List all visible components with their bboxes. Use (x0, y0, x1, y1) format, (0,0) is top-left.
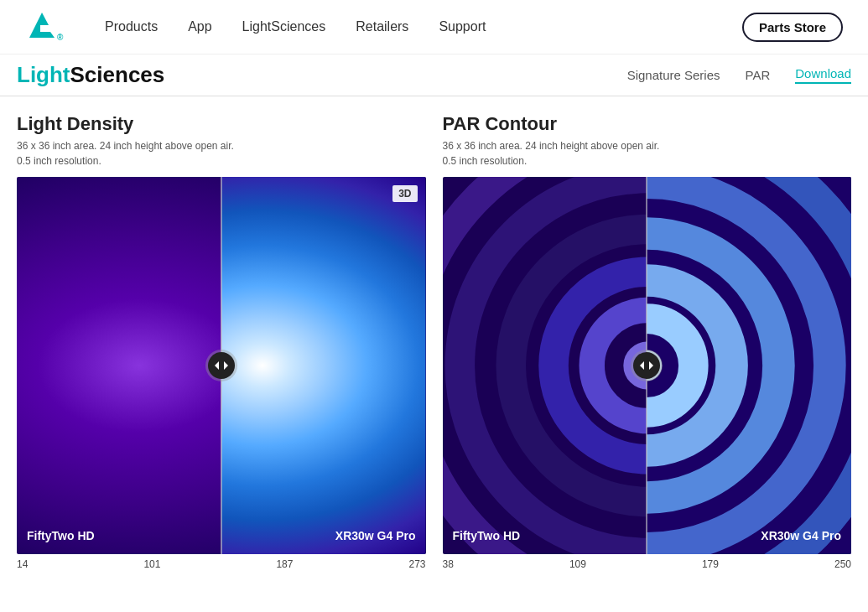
par-label-right: XR30w G4 Pro (761, 529, 841, 542)
par-scale-0: 38 (443, 558, 454, 570)
ld-scale: 14 101 187 273 (17, 554, 426, 570)
svg-marker-2 (215, 361, 219, 370)
ld-scale-3: 273 (408, 558, 425, 570)
par-contour-desc: 36 x 36 inch area. 24 inch height above … (443, 138, 852, 169)
par-divider-handle[interactable] (633, 352, 660, 379)
svg-marker-3 (224, 361, 228, 370)
secondary-nav: LightSciences Signature Series PAR Downl… (0, 54, 868, 96)
par-scale: 38 109 179 250 (443, 554, 852, 570)
main-content: Light Density 36 x 36 inch area. 24 inch… (0, 96, 868, 570)
brand-light: Light (17, 62, 70, 87)
sec-nav-links: Signature Series PAR Download (627, 66, 851, 84)
nav-link-products[interactable]: Products (105, 19, 158, 34)
light-density-desc: 36 x 36 inch area. 24 inch height above … (17, 138, 426, 169)
par-scale-3: 250 (834, 558, 851, 570)
divider-handle[interactable] (208, 352, 235, 379)
par-contour-title: PAR Contour (443, 113, 852, 135)
brand-title: LightSciences (17, 62, 627, 88)
sec-nav-signature[interactable]: Signature Series (627, 68, 720, 82)
sec-nav-download[interactable]: Download (795, 66, 851, 84)
svg-marker-0 (29, 13, 55, 38)
svg-marker-16 (640, 361, 644, 370)
parts-store-button[interactable]: Parts Store (742, 13, 843, 42)
nav-link-lightsciences[interactable]: LightSciences (242, 19, 326, 34)
ld-label-right: XR30w G4 Pro (335, 529, 416, 542)
badge-3d: 3D (392, 185, 417, 202)
main-nav: ® Products App LightSciences Retailers S… (0, 0, 868, 54)
light-density-section: Light Density 36 x 36 inch area. 24 inch… (17, 113, 426, 570)
ld-scale-1: 101 (143, 558, 160, 570)
nav-link-retailers[interactable]: Retailers (356, 19, 408, 34)
par-contour-section: PAR Contour 36 x 36 inch area. 24 inch h… (443, 113, 852, 570)
ld-scale-2: 187 (276, 558, 293, 570)
svg-text:®: ® (57, 33, 64, 42)
nav-links: Products App LightSciences Retailers Sup… (105, 19, 742, 34)
par-contour-viewer[interactable]: FiftyTwo HD XR30w G4 Pro (443, 177, 852, 554)
par-right-rings (647, 177, 851, 554)
par-right-base (647, 177, 851, 554)
par-left-rings (443, 177, 647, 554)
par-scale-1: 109 (569, 558, 586, 570)
nav-link-support[interactable]: Support (439, 19, 486, 34)
brand-bold: Sciences (70, 62, 165, 87)
ld-scale-0: 14 (17, 558, 28, 570)
ld-label-left: FiftyTwo HD (27, 529, 95, 542)
svg-marker-17 (649, 361, 653, 370)
light-density-title: Light Density (17, 113, 426, 135)
logo: ® (25, 8, 71, 45)
par-label-left: FiftyTwo HD (453, 529, 521, 542)
par-scale-2: 179 (702, 558, 719, 570)
sec-nav-par[interactable]: PAR (746, 68, 771, 82)
light-density-viewer[interactable]: 3D FiftyTwo HD XR30w G4 Pro (17, 177, 426, 554)
nav-link-app[interactable]: App (188, 19, 211, 34)
